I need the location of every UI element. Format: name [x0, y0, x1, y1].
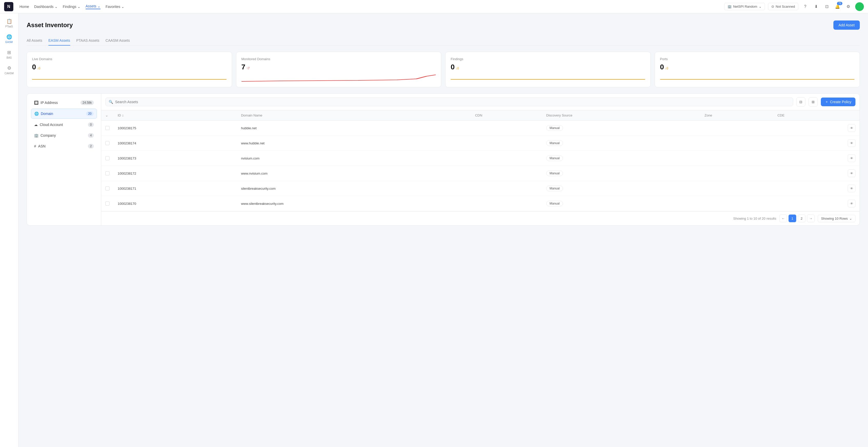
ip-address-icon: 🔲 [34, 101, 38, 105]
th-collapse: ⌄ [101, 110, 114, 121]
asset-type-domain[interactable]: 🌐 Domain 20 [31, 108, 97, 119]
user-avatar[interactable] [855, 2, 864, 11]
sidebar-item-ptaas[interactable]: 📋 PTaaS [2, 16, 17, 30]
rows-dropdown-icon: ⌄ [849, 216, 852, 220]
table-wrapper: ⌄ ID ↕ Domain Name [101, 110, 860, 211]
notification-badge: 79 [837, 2, 842, 5]
add-asset-button[interactable]: Add Asset [833, 21, 860, 30]
asset-type-company[interactable]: 🏢 Company 4 [31, 131, 97, 140]
stat-findings: Findings 0 ↓0 [445, 52, 651, 87]
table-row: 1000238175 hubble.net Manual 👁 [101, 121, 860, 136]
view-button-5[interactable]: 👁 [848, 200, 856, 207]
nav-assets[interactable]: Assets ⌄ [86, 4, 100, 9]
next-page-button[interactable]: → [807, 214, 815, 222]
cell-discovery-5: Manual [542, 196, 701, 211]
search-input[interactable] [115, 100, 790, 104]
easm-icon: 🌐 [6, 34, 12, 40]
prev-page-button[interactable]: ← [779, 214, 787, 222]
asset-type-ip-address[interactable]: 🔲 IP Address 24.58k [31, 98, 97, 107]
cell-id-3: 1000238172 [114, 166, 237, 181]
sort-icon[interactable]: ↕ [122, 113, 124, 117]
row-checkbox-5[interactable] [105, 202, 110, 206]
view-button-2[interactable]: 👁 [848, 154, 856, 162]
rows-per-page-selector[interactable]: Showing 10 Rows ⌄ [818, 215, 856, 222]
nav-home[interactable]: Home [20, 5, 29, 9]
cell-cdn-3 [471, 166, 542, 181]
notification-wrapper: 🔔 79 [834, 3, 841, 10]
cell-discovery-0: Manual [542, 121, 701, 136]
page-2-button[interactable]: 2 [798, 214, 805, 222]
monitored-domains-chart [242, 74, 436, 82]
view-button-0[interactable]: 👁 [848, 124, 856, 132]
caasm-icon: ⚙ [7, 65, 11, 71]
live-domains-chart [32, 74, 227, 82]
showing-text: Showing 1 to 10 of 20 results [733, 216, 776, 220]
page-1-button[interactable]: 1 [788, 214, 796, 222]
stats-row: Live Domains 0 ↓0 Monitored Domains 7 ↑7 [27, 52, 860, 87]
sidebar-item-caasm[interactable]: ⚙ CAASM [2, 63, 17, 77]
domain-table: ⌄ ID ↕ Domain Name [101, 110, 860, 211]
domain-icon: 🌐 [34, 112, 39, 116]
tab-ptaas-assets[interactable]: PTAAS Assets [76, 36, 99, 45]
asset-type-cloud-account[interactable]: ☁ Cloud Account 0 [31, 120, 97, 130]
tab-all-assets[interactable]: All Assets [27, 36, 42, 45]
table-footer: Showing 1 to 10 of 20 results ← 1 2 → Sh… [101, 211, 860, 225]
search-box: 🔍 [105, 98, 793, 106]
ports-chart [660, 74, 855, 82]
row-checkbox-0[interactable] [105, 126, 110, 130]
asset-type-asn[interactable]: # ASN 2 [31, 141, 97, 151]
filter-button[interactable]: ⊟ [796, 97, 805, 106]
left-sidebar: 📋 PTaaS 🌐 EASM ⊞ BAS ⚙ CAASM [0, 13, 19, 447]
row-checkbox-2[interactable] [105, 156, 110, 160]
view-button-4[interactable]: 👁 [848, 184, 856, 192]
view-button-1[interactable]: 👁 [848, 139, 856, 147]
table-area: 🔍 ⊟ ⊞ ＋ Create Policy [101, 94, 860, 225]
cell-cde-1 [773, 136, 844, 151]
sidebar-item-bas[interactable]: ⊞ BAS [2, 47, 17, 61]
tab-easm-assets[interactable]: EASM Assets [49, 36, 70, 45]
th-actions [844, 110, 860, 121]
th-id: ID ↕ [114, 110, 237, 121]
row-checkbox-4[interactable] [105, 186, 110, 191]
table-row: 1000238171 silentbreaksecurity.com Manua… [101, 181, 860, 196]
cell-domain-1: www.hubble.net [237, 136, 471, 151]
cell-cde-0 [773, 121, 844, 136]
nav-dashboards[interactable]: Dashboards ⌄ [34, 5, 58, 9]
cell-domain-5: www.silentbreaksecurity.com [237, 196, 471, 211]
ptaas-icon: 📋 [6, 19, 12, 24]
cell-id-1: 1000238174 [114, 136, 237, 151]
nav-findings[interactable]: Findings ⌄ [63, 5, 81, 9]
table-toolbar: 🔍 ⊟ ⊞ ＋ Create Policy [101, 94, 860, 110]
cell-zone-4 [700, 181, 773, 196]
view-button-3[interactable]: 👁 [848, 170, 856, 177]
table-row: 1000238174 www.hubble.net Manual 👁 [101, 136, 860, 151]
cell-cde-2 [773, 151, 844, 166]
table-row: 1000238173 nvisium.com Manual 👁 [101, 151, 860, 166]
cell-zone-2 [700, 151, 773, 166]
cell-cde-3 [773, 166, 844, 181]
settings-icon[interactable]: ⚙ [844, 3, 852, 10]
table-row: 1000238172 www.nvisium.com Manual 👁 [101, 166, 860, 181]
workspace-selector[interactable]: 🏢 NetSPI Random ⌄ [724, 3, 765, 10]
cell-cdn-1 [471, 136, 542, 151]
row-checkbox-1[interactable] [105, 141, 110, 145]
download-icon[interactable]: ⬇ [812, 3, 820, 10]
columns-button[interactable]: ⊞ [808, 97, 818, 106]
findings-chart [451, 74, 645, 82]
cell-zone-5 [700, 196, 773, 211]
collapse-icon[interactable]: ⌄ [105, 113, 108, 117]
share-icon[interactable]: ⊡ [823, 3, 831, 10]
help-icon[interactable]: ? [801, 3, 809, 10]
cell-zone-3 [700, 166, 773, 181]
nav-favorites[interactable]: Favorites ⌄ [105, 5, 125, 9]
cell-id-4: 1000238171 [114, 181, 237, 196]
content-area: 🔲 IP Address 24.58k 🌐 Domain 20 ☁ Cloud … [27, 94, 860, 226]
sidebar-item-easm[interactable]: 🌐 EASM [2, 32, 17, 45]
table-header: ⌄ ID ↕ Domain Name [101, 110, 860, 121]
create-policy-button[interactable]: ＋ Create Policy [821, 98, 856, 106]
th-cdn: CDN [471, 110, 542, 121]
row-checkbox-3[interactable] [105, 171, 110, 175]
scan-status[interactable]: ⊙ Not Scanned [768, 3, 798, 10]
tab-caasm-assets[interactable]: CAASM Assets [105, 36, 130, 45]
page-title: Asset Inventory [27, 22, 73, 29]
